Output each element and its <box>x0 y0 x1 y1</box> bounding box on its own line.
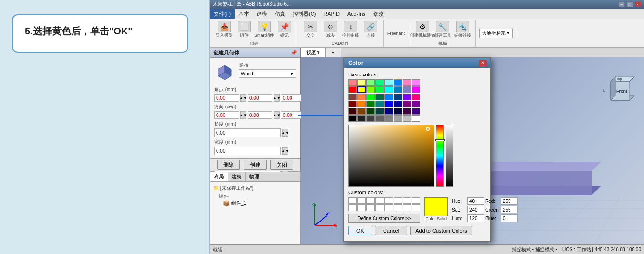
delete-button[interactable]: 删除 <box>217 160 240 170</box>
custom-cell[interactable] <box>384 204 393 211</box>
basic-color-cell-24[interactable] <box>348 101 357 107</box>
basic-color-cell-39[interactable] <box>412 108 420 115</box>
lum-input[interactable] <box>467 214 484 222</box>
custom-cell[interactable] <box>366 204 375 211</box>
custom-cell[interactable] <box>412 204 420 211</box>
viewport-tab-view1[interactable]: 视图1 <box>301 48 326 57</box>
basic-color-cell-38[interactable] <box>403 108 411 115</box>
basic-color-cell-3[interactable] <box>375 79 384 86</box>
toolbar-btn-create-machine[interactable]: ⚙ 创建机械装置 <box>413 20 432 40</box>
basic-color-cell-47[interactable] <box>412 115 420 122</box>
basic-color-cell-13[interactable] <box>394 86 402 93</box>
tab-layout[interactable]: 布局 <box>210 172 228 181</box>
create-button[interactable]: 创建 <box>244 160 267 170</box>
basic-color-cell-34[interactable] <box>366 108 375 115</box>
basic-color-cell-42[interactable] <box>366 115 375 122</box>
toolbar-btn-交文[interactable]: ✂ 交文 <box>301 20 320 40</box>
direction-y-input[interactable] <box>248 111 272 119</box>
green-input[interactable] <box>501 206 518 213</box>
close-button[interactable]: × <box>634 1 641 7</box>
custom-cell[interactable] <box>403 197 411 204</box>
close-panel-button[interactable]: 关闭 <box>270 160 293 170</box>
custom-cell[interactable] <box>384 197 393 204</box>
basic-color-cell-0[interactable] <box>348 79 357 86</box>
toolbar-btn-smart[interactable]: 💡 Smart组件 <box>255 20 274 40</box>
custom-cell[interactable] <box>403 204 411 211</box>
basic-color-cell-31[interactable] <box>412 101 420 107</box>
basic-color-cell-18[interactable] <box>366 94 375 100</box>
toolbar-btn-拉伸曲线[interactable]: ↕ 拉伸曲线 <box>341 20 360 40</box>
basic-color-cell-23[interactable] <box>412 94 420 100</box>
toolbar-btn-create-tool[interactable]: 🔧 创建工具 <box>433 20 452 40</box>
coord-dropdown[interactable]: 大地坐标系▼ <box>479 29 513 38</box>
basic-color-cell-8[interactable] <box>348 86 357 93</box>
basic-color-cell-2[interactable] <box>366 79 375 86</box>
width-input[interactable] <box>214 147 281 155</box>
basic-color-cell-7[interactable] <box>412 79 420 86</box>
basic-color-cell-20[interactable] <box>384 94 393 100</box>
spectrum-hue[interactable] <box>436 125 444 187</box>
basic-color-cell-9[interactable] <box>357 86 366 93</box>
cancel-button[interactable]: Cancel <box>375 226 407 235</box>
custom-cell[interactable] <box>366 197 375 204</box>
toolbar-btn-连接[interactable]: 🔗 连接 <box>361 20 380 40</box>
tab-modeling[interactable]: 建模 <box>228 172 246 181</box>
basic-color-cell-36[interactable] <box>384 108 393 115</box>
nav-cube-svg[interactable]: Front Top L <box>601 72 639 110</box>
toolbar-btn-mark[interactable]: 📌 标记 <box>275 20 294 40</box>
basic-color-cell-29[interactable] <box>394 101 402 107</box>
width-spin[interactable]: ▲▼ <box>282 147 288 155</box>
basic-color-cell-37[interactable] <box>394 108 402 115</box>
corner-x-spin[interactable]: ▲▼ <box>240 94 246 102</box>
direction-x-input[interactable] <box>214 111 239 119</box>
basic-color-cell-21[interactable] <box>394 94 402 100</box>
basic-color-cell-16[interactable] <box>348 94 357 100</box>
basic-color-cell-10[interactable] <box>366 86 375 93</box>
spectrum-brightness[interactable] <box>446 125 453 187</box>
corner-x-input[interactable] <box>214 94 239 102</box>
add-to-custom-colors-button[interactable]: Add to Custom Colors <box>410 226 472 235</box>
menu-item-rapid[interactable]: RAPID <box>320 9 343 19</box>
basic-color-cell-15[interactable] <box>412 86 420 93</box>
toolbar-btn-import-model[interactable]: 📥 导入模型 <box>215 20 234 40</box>
maximize-button[interactable]: □ <box>626 1 633 7</box>
basic-color-cell-43[interactable] <box>375 115 384 122</box>
minimize-button[interactable]: ─ <box>618 1 625 7</box>
basic-color-cell-26[interactable] <box>366 101 375 107</box>
basic-color-cell-25[interactable] <box>357 101 366 107</box>
corner-y-input[interactable] <box>248 94 272 102</box>
coord-selector[interactable]: 大地坐标系▼ <box>477 29 516 38</box>
basic-color-cell-30[interactable] <box>403 101 411 107</box>
toolbar-btn-subtract[interactable]: ⊖ 减去 <box>321 20 340 40</box>
red-input[interactable] <box>501 197 518 205</box>
basic-color-cell-46[interactable] <box>403 115 411 122</box>
basic-color-cell-14[interactable] <box>403 86 411 93</box>
menu-item-basic[interactable]: 基本 <box>235 9 253 19</box>
direction-y-spin[interactable]: ▲▼ <box>274 111 280 119</box>
menu-item-simulation[interactable]: 仿真 <box>271 9 289 19</box>
panel-pin-icon[interactable]: 📌 <box>291 50 297 56</box>
basic-color-cell-12[interactable] <box>384 86 393 93</box>
basic-color-cell-44[interactable] <box>384 115 393 122</box>
sat-input[interactable] <box>467 206 484 213</box>
dialog-close-button[interactable]: × <box>479 60 487 66</box>
custom-cell[interactable] <box>357 197 366 204</box>
menu-item-controller[interactable]: 控制器(C) <box>289 9 320 19</box>
basic-color-cell-41[interactable] <box>357 115 366 122</box>
custom-cell[interactable] <box>394 204 402 211</box>
basic-color-cell-19[interactable] <box>375 94 384 100</box>
custom-cell[interactable] <box>348 197 357 204</box>
basic-color-cell-45[interactable] <box>394 115 402 122</box>
tree-item-component1[interactable]: 📦 组件_1 <box>219 200 297 207</box>
custom-cell[interactable] <box>375 197 384 204</box>
basic-color-cell-27[interactable] <box>375 101 384 107</box>
menu-item-file[interactable]: 文件(F) <box>210 9 235 19</box>
menu-item-modeling[interactable]: 建模 <box>253 9 271 19</box>
custom-cell[interactable] <box>357 204 366 211</box>
menu-item-modify[interactable]: 修改 <box>369 9 387 19</box>
toolbar-btn-link[interactable]: 🔩 链接连接 <box>453 20 472 40</box>
basic-color-cell-6[interactable] <box>403 79 411 86</box>
basic-color-cell-40[interactable] <box>348 115 357 122</box>
basic-color-cell-1[interactable] <box>357 79 366 86</box>
tab-physics[interactable]: 物理 <box>246 172 263 181</box>
